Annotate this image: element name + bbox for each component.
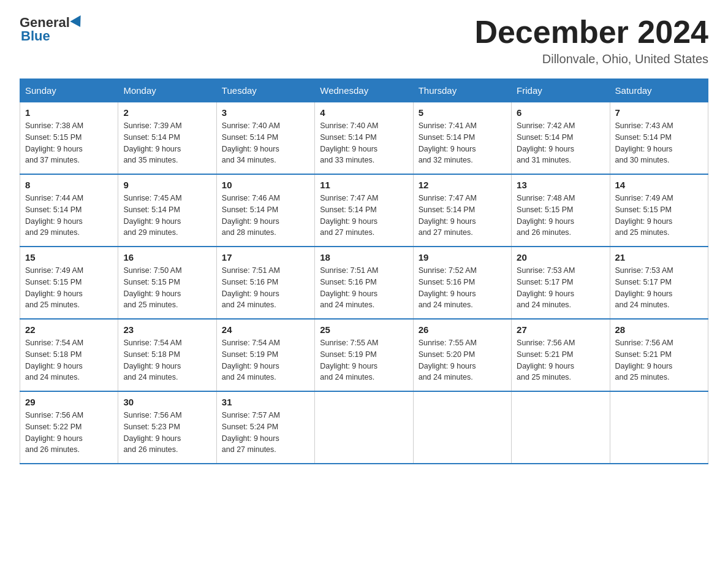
calendar-cell: 12 Sunrise: 7:47 AMSunset: 5:14 PMDaylig… bbox=[413, 174, 511, 247]
day-info: Sunrise: 7:46 AMSunset: 5:14 PMDaylight:… bbox=[222, 194, 280, 237]
day-number: 1 bbox=[25, 107, 113, 118]
day-number: 13 bbox=[517, 180, 604, 190]
day-info: Sunrise: 7:56 AMSunset: 5:22 PMDaylight:… bbox=[25, 411, 83, 454]
calendar-header-row: SundayMondayTuesdayWednesdayThursdayFrid… bbox=[20, 79, 708, 102]
calendar-cell: 7 Sunrise: 7:43 AMSunset: 5:14 PMDayligh… bbox=[610, 102, 708, 175]
day-info: Sunrise: 7:49 AMSunset: 5:15 PMDaylight:… bbox=[615, 194, 673, 237]
day-info: Sunrise: 7:47 AMSunset: 5:14 PMDaylight:… bbox=[320, 194, 378, 237]
day-info: Sunrise: 7:39 AMSunset: 5:14 PMDaylight:… bbox=[123, 121, 181, 164]
day-number: 11 bbox=[320, 180, 408, 190]
day-info: Sunrise: 7:54 AMSunset: 5:18 PMDaylight:… bbox=[25, 339, 83, 381]
calendar-cell: 20 Sunrise: 7:53 AMSunset: 5:17 PMDaylig… bbox=[512, 247, 610, 319]
header-saturday: Saturday bbox=[610, 79, 708, 102]
day-info: Sunrise: 7:49 AMSunset: 5:15 PMDaylight:… bbox=[25, 266, 83, 309]
day-info: Sunrise: 7:56 AMSunset: 5:23 PMDaylight:… bbox=[123, 411, 181, 454]
day-number: 26 bbox=[419, 324, 506, 335]
calendar-cell: 17 Sunrise: 7:51 AMSunset: 5:16 PMDaylig… bbox=[216, 247, 314, 319]
day-info: Sunrise: 7:44 AMSunset: 5:14 PMDaylight:… bbox=[25, 194, 83, 237]
day-number: 10 bbox=[222, 180, 309, 190]
header-wednesday: Wednesday bbox=[315, 79, 413, 102]
day-number: 2 bbox=[123, 107, 211, 118]
day-number: 21 bbox=[615, 252, 703, 262]
day-number: 18 bbox=[320, 252, 408, 262]
day-info: Sunrise: 7:54 AMSunset: 5:18 PMDaylight:… bbox=[123, 339, 181, 381]
day-number: 4 bbox=[320, 107, 408, 118]
day-info: Sunrise: 7:45 AMSunset: 5:14 PMDaylight:… bbox=[123, 194, 181, 237]
day-info: Sunrise: 7:55 AMSunset: 5:19 PMDaylight:… bbox=[320, 339, 378, 381]
day-number: 3 bbox=[222, 107, 309, 118]
calendar-cell: 28 Sunrise: 7:56 AMSunset: 5:21 PMDaylig… bbox=[610, 319, 708, 391]
calendar-cell: 10 Sunrise: 7:46 AMSunset: 5:14 PMDaylig… bbox=[216, 174, 314, 247]
day-info: Sunrise: 7:57 AMSunset: 5:24 PMDaylight:… bbox=[222, 411, 280, 454]
calendar-week-3: 15 Sunrise: 7:49 AMSunset: 5:15 PMDaylig… bbox=[20, 247, 708, 319]
day-number: 12 bbox=[419, 180, 506, 190]
calendar-cell: 15 Sunrise: 7:49 AMSunset: 5:15 PMDaylig… bbox=[20, 247, 118, 319]
day-info: Sunrise: 7:38 AMSunset: 5:15 PMDaylight:… bbox=[25, 121, 83, 164]
calendar-cell bbox=[315, 391, 413, 464]
header-monday: Monday bbox=[118, 79, 216, 102]
calendar-week-2: 8 Sunrise: 7:44 AMSunset: 5:14 PMDayligh… bbox=[20, 174, 708, 247]
day-info: Sunrise: 7:51 AMSunset: 5:16 PMDaylight:… bbox=[320, 266, 378, 309]
calendar-cell bbox=[512, 391, 610, 464]
header-thursday: Thursday bbox=[413, 79, 511, 102]
calendar-cell: 24 Sunrise: 7:54 AMSunset: 5:19 PMDaylig… bbox=[216, 319, 314, 391]
day-info: Sunrise: 7:54 AMSunset: 5:19 PMDaylight:… bbox=[222, 339, 280, 381]
day-info: Sunrise: 7:56 AMSunset: 5:21 PMDaylight:… bbox=[517, 339, 575, 381]
calendar-table: SundayMondayTuesdayWednesdayThursdayFrid… bbox=[20, 79, 708, 464]
day-info: Sunrise: 7:56 AMSunset: 5:21 PMDaylight:… bbox=[615, 339, 673, 381]
logo-blue-text: Blue bbox=[21, 28, 50, 44]
calendar-cell: 13 Sunrise: 7:48 AMSunset: 5:15 PMDaylig… bbox=[512, 174, 610, 247]
day-info: Sunrise: 7:42 AMSunset: 5:14 PMDaylight:… bbox=[517, 121, 575, 164]
day-number: 24 bbox=[222, 324, 309, 335]
calendar-cell: 19 Sunrise: 7:52 AMSunset: 5:16 PMDaylig… bbox=[413, 247, 511, 319]
calendar-cell: 29 Sunrise: 7:56 AMSunset: 5:22 PMDaylig… bbox=[20, 391, 118, 464]
calendar-cell: 11 Sunrise: 7:47 AMSunset: 5:14 PMDaylig… bbox=[315, 174, 413, 247]
day-info: Sunrise: 7:53 AMSunset: 5:17 PMDaylight:… bbox=[615, 266, 673, 309]
day-info: Sunrise: 7:52 AMSunset: 5:16 PMDaylight:… bbox=[419, 266, 477, 309]
day-info: Sunrise: 7:40 AMSunset: 5:14 PMDaylight:… bbox=[222, 121, 280, 164]
day-info: Sunrise: 7:41 AMSunset: 5:14 PMDaylight:… bbox=[419, 121, 477, 164]
calendar-cell bbox=[413, 391, 511, 464]
calendar-cell: 22 Sunrise: 7:54 AMSunset: 5:18 PMDaylig… bbox=[20, 319, 118, 391]
calendar-cell: 31 Sunrise: 7:57 AMSunset: 5:24 PMDaylig… bbox=[216, 391, 314, 464]
day-info: Sunrise: 7:43 AMSunset: 5:14 PMDaylight:… bbox=[615, 121, 673, 164]
location-subtitle: Dillonvale, Ohio, United States bbox=[474, 52, 708, 66]
calendar-cell: 23 Sunrise: 7:54 AMSunset: 5:18 PMDaylig… bbox=[118, 319, 216, 391]
day-number: 30 bbox=[123, 397, 211, 407]
calendar-cell: 25 Sunrise: 7:55 AMSunset: 5:19 PMDaylig… bbox=[315, 319, 413, 391]
day-info: Sunrise: 7:55 AMSunset: 5:20 PMDaylight:… bbox=[419, 339, 477, 381]
day-number: 27 bbox=[517, 324, 604, 335]
day-number: 20 bbox=[517, 252, 604, 262]
day-info: Sunrise: 7:51 AMSunset: 5:16 PMDaylight:… bbox=[222, 266, 280, 309]
calendar-cell: 18 Sunrise: 7:51 AMSunset: 5:16 PMDaylig… bbox=[315, 247, 413, 319]
day-info: Sunrise: 7:53 AMSunset: 5:17 PMDaylight:… bbox=[517, 266, 575, 309]
header-tuesday: Tuesday bbox=[216, 79, 314, 102]
header-friday: Friday bbox=[512, 79, 610, 102]
title-area: December 2024 Dillonvale, Ohio, United S… bbox=[474, 15, 708, 66]
day-number: 29 bbox=[25, 397, 113, 407]
day-number: 19 bbox=[419, 252, 506, 262]
calendar-week-5: 29 Sunrise: 7:56 AMSunset: 5:22 PMDaylig… bbox=[20, 391, 708, 464]
day-number: 16 bbox=[123, 252, 211, 262]
day-info: Sunrise: 7:48 AMSunset: 5:15 PMDaylight:… bbox=[517, 194, 575, 237]
day-number: 8 bbox=[25, 180, 113, 190]
calendar-cell: 1 Sunrise: 7:38 AMSunset: 5:15 PMDayligh… bbox=[20, 102, 118, 175]
month-year-title: December 2024 bbox=[474, 15, 708, 50]
header-sunday: Sunday bbox=[20, 79, 118, 102]
logo: General Blue bbox=[20, 15, 84, 44]
day-number: 9 bbox=[123, 180, 211, 190]
calendar-cell: 26 Sunrise: 7:55 AMSunset: 5:20 PMDaylig… bbox=[413, 319, 511, 391]
calendar-cell bbox=[610, 391, 708, 464]
day-number: 6 bbox=[517, 107, 604, 118]
calendar-cell: 3 Sunrise: 7:40 AMSunset: 5:14 PMDayligh… bbox=[216, 102, 314, 175]
calendar-cell: 27 Sunrise: 7:56 AMSunset: 5:21 PMDaylig… bbox=[512, 319, 610, 391]
day-info: Sunrise: 7:50 AMSunset: 5:15 PMDaylight:… bbox=[123, 266, 181, 309]
day-info: Sunrise: 7:47 AMSunset: 5:14 PMDaylight:… bbox=[419, 194, 477, 237]
day-number: 22 bbox=[25, 324, 113, 335]
day-number: 5 bbox=[419, 107, 506, 118]
day-number: 23 bbox=[123, 324, 211, 335]
calendar-cell: 5 Sunrise: 7:41 AMSunset: 5:14 PMDayligh… bbox=[413, 102, 511, 175]
calendar-cell: 6 Sunrise: 7:42 AMSunset: 5:14 PMDayligh… bbox=[512, 102, 610, 175]
day-number: 25 bbox=[320, 324, 408, 335]
calendar-cell: 16 Sunrise: 7:50 AMSunset: 5:15 PMDaylig… bbox=[118, 247, 216, 319]
